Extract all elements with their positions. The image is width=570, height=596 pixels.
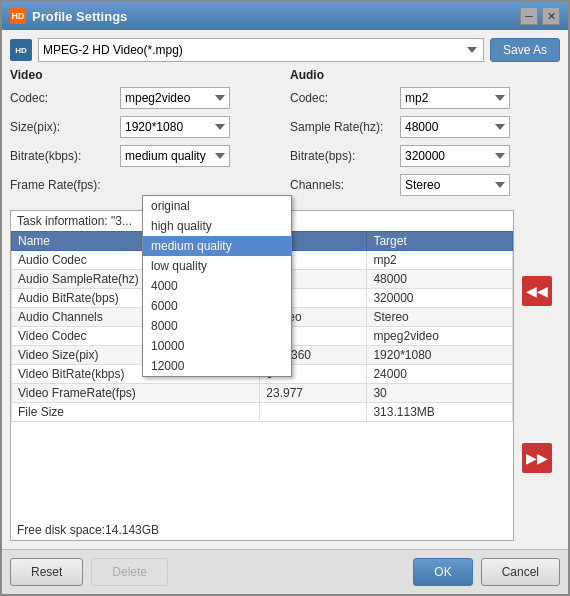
- bottom-right-buttons: OK Cancel: [413, 558, 560, 586]
- profile-settings-window: HD Profile Settings ─ ✕ HD MPEG-2 HD Vid…: [0, 0, 570, 596]
- cell-target: 313.113MB: [367, 403, 513, 422]
- reset-button[interactable]: Reset: [10, 558, 83, 586]
- preset-format-icon: HD: [10, 39, 32, 61]
- video-bitrate-label: Bitrate(kbps):: [10, 149, 120, 163]
- dropdown-item-medium-quality[interactable]: medium quality: [143, 236, 291, 256]
- cell-name: File Size: [12, 403, 260, 422]
- bitrate-dropdown[interactable]: original high quality medium quality low…: [142, 195, 292, 377]
- save-as-button[interactable]: Save As: [490, 38, 560, 62]
- cell-target: 48000: [367, 270, 513, 289]
- dropdown-item-8000[interactable]: 8000: [143, 316, 291, 336]
- dropdown-item-10000[interactable]: 10000: [143, 336, 291, 356]
- video-framerate-row: Frame Rate(fps):: [10, 173, 280, 197]
- table-row: File Size313.113MB: [12, 403, 513, 422]
- video-codec-select[interactable]: mpeg2video: [120, 87, 230, 109]
- video-bitrate-select[interactable]: medium quality: [120, 145, 230, 167]
- audio-codec-label: Codec:: [290, 91, 400, 105]
- table-row: Video FrameRate(fps)23.97730: [12, 384, 513, 403]
- audio-channels-row: Channels: Stereo: [290, 173, 560, 197]
- audio-samplerate-row: Sample Rate(hz): 48000: [290, 115, 560, 139]
- dropdown-item-low-quality[interactable]: low quality: [143, 256, 291, 276]
- dropdown-item-6000[interactable]: 6000: [143, 296, 291, 316]
- app-icon: HD: [10, 8, 26, 24]
- back-arrow-button[interactable]: ◀◀: [522, 276, 552, 306]
- cell-source: [260, 403, 367, 422]
- video-size-row: Size(pix): 1920*1080: [10, 115, 280, 139]
- cell-target: 1920*1080: [367, 346, 513, 365]
- cancel-button[interactable]: Cancel: [481, 558, 560, 586]
- close-button[interactable]: ✕: [542, 7, 560, 25]
- window-content: HD MPEG-2 HD Video(*.mpg) Save As Video …: [2, 30, 568, 549]
- free-disk-space: Free disk space:14.143GB: [11, 520, 513, 540]
- audio-codec-select[interactable]: mp2: [400, 87, 510, 109]
- preset-select[interactable]: MPEG-2 HD Video(*.mpg): [38, 38, 484, 62]
- side-arrows: ◀◀ ▶▶: [514, 208, 560, 541]
- audio-channels-select[interactable]: Stereo: [400, 174, 510, 196]
- dropdown-item-4000[interactable]: 4000: [143, 276, 291, 296]
- col-target: Target: [367, 232, 513, 251]
- audio-group-label: Audio: [290, 68, 560, 82]
- cell-target: mp2: [367, 251, 513, 270]
- cell-target: mpeg2video: [367, 327, 513, 346]
- dropdown-item-original[interactable]: original: [143, 196, 291, 216]
- video-size-label: Size(pix):: [10, 120, 120, 134]
- dropdown-item-12000[interactable]: 12000: [143, 356, 291, 376]
- cell-source: 23.977: [260, 384, 367, 403]
- title-bar: HD Profile Settings ─ ✕: [2, 2, 568, 30]
- dropdown-item-high-quality[interactable]: high quality: [143, 216, 291, 236]
- video-framerate-label: Frame Rate(fps):: [10, 178, 120, 192]
- video-bitrate-row: Bitrate(kbps): medium quality: [10, 144, 280, 168]
- audio-bitrate-label: Bitrate(bps):: [290, 149, 400, 163]
- video-size-select[interactable]: 1920*1080: [120, 116, 230, 138]
- cell-target: 320000: [367, 289, 513, 308]
- title-bar-left: HD Profile Settings: [10, 8, 127, 24]
- audio-samplerate-label: Sample Rate(hz):: [290, 120, 400, 134]
- settings-columns: Video Codec: mpeg2video Size(pix): 1920*…: [10, 68, 560, 202]
- cell-name: Video FrameRate(fps): [12, 384, 260, 403]
- video-group-label: Video: [10, 68, 280, 82]
- forward-arrow-button[interactable]: ▶▶: [522, 443, 552, 473]
- bottom-left-buttons: Reset Delete: [10, 558, 168, 586]
- audio-bitrate-select[interactable]: 320000: [400, 145, 510, 167]
- minimize-button[interactable]: ─: [520, 7, 538, 25]
- window-title: Profile Settings: [32, 9, 127, 24]
- video-codec-label: Codec:: [10, 91, 120, 105]
- cell-target: 30: [367, 384, 513, 403]
- audio-column: Audio Codec: mp2 Sample Rate(hz): 48000 …: [290, 68, 560, 202]
- audio-channels-label: Channels:: [290, 178, 400, 192]
- ok-button[interactable]: OK: [413, 558, 472, 586]
- video-column: Video Codec: mpeg2video Size(pix): 1920*…: [10, 68, 280, 202]
- delete-button: Delete: [91, 558, 168, 586]
- audio-bitrate-row: Bitrate(bps): 320000: [290, 144, 560, 168]
- audio-samplerate-select[interactable]: 48000: [400, 116, 510, 138]
- audio-codec-row: Codec: mp2: [290, 86, 560, 110]
- window-controls: ─ ✕: [520, 7, 560, 25]
- bottom-bar: Reset Delete OK Cancel: [2, 549, 568, 594]
- cell-target: Stereo: [367, 308, 513, 327]
- video-codec-row: Codec: mpeg2video: [10, 86, 280, 110]
- preset-row: HD MPEG-2 HD Video(*.mpg) Save As: [10, 38, 560, 62]
- cell-target: 24000: [367, 365, 513, 384]
